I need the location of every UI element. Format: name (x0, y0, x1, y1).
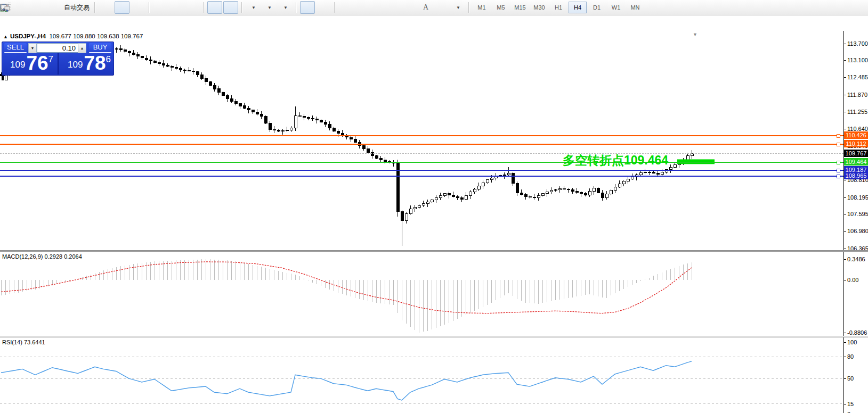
axis-tick (844, 249, 846, 249)
price-badge-110.426: 110.426 (844, 131, 868, 139)
timeframe-button-w1[interactable]: W1 (607, 2, 625, 13)
timeframe-button-d1[interactable]: D1 (588, 2, 606, 13)
gold-bars-icon[interactable] (13, 1, 28, 14)
price-badge-109.767: 109.767 (844, 150, 868, 157)
price-badge-109.464: 109.464 (844, 158, 868, 166)
community-icon[interactable] (29, 1, 44, 14)
sell-price-pipette: 7 (48, 54, 53, 65)
axis-tick (844, 44, 846, 44)
timeframe-button-mn[interactable]: MN (626, 2, 644, 13)
horizontal-level-line[interactable] (0, 176, 843, 177)
toolbar-separator (296, 2, 297, 13)
horizontal-level-line[interactable] (0, 135, 843, 136)
sell-price-big-figure: 109 (10, 60, 25, 70)
line-chart-type-icon[interactable] (131, 1, 145, 14)
axis-tick (844, 197, 846, 198)
price-axis-label: 111.255 (847, 109, 867, 115)
axis-tick (844, 112, 846, 112)
macd-pane[interactable] (0, 252, 843, 336)
timeframe-button-m5[interactable]: M5 (492, 2, 510, 13)
price-axis-label: 108.195 (847, 194, 868, 201)
timeframe-button-h4[interactable]: H4 (569, 2, 587, 13)
buy-price-pipette: 6 (106, 54, 111, 65)
fibonacci-tool-icon[interactable]: F (402, 1, 417, 14)
arrows-dropdown-caret[interactable]: ▼ (456, 5, 460, 10)
indicators-dropdown-caret[interactable]: ▼ (252, 5, 256, 10)
price-axis-label: 113.700 (847, 40, 868, 47)
macd-axis-label: 0.00 (847, 277, 858, 283)
auto-trading-button[interactable]: 自动交易 (61, 1, 91, 14)
indicators-icon[interactable]: ▼ (246, 1, 261, 14)
chart-symbol-label: USDJPY-,H4 (10, 33, 46, 39)
timeframe-button-m15[interactable]: M15 (511, 2, 529, 13)
level-line-handle[interactable] (837, 169, 840, 172)
axis-tick (844, 378, 846, 379)
tile-windows-icon[interactable] (185, 1, 200, 14)
timeframe-button-m1[interactable]: M1 (473, 2, 491, 13)
rsi-axis-label: 80 (847, 353, 854, 360)
bar-chart-type-icon[interactable] (99, 1, 113, 14)
collapse-arrow-icon[interactable]: ▲ (3, 34, 8, 39)
level-line-handle[interactable] (837, 175, 840, 178)
axis-tick (844, 77, 846, 78)
periods-dropdown-caret[interactable]: ▼ (267, 5, 272, 10)
timeframe-button-m30[interactable]: M30 (530, 2, 548, 13)
toolbar-separator (203, 2, 204, 13)
axis-tick (844, 357, 846, 357)
volume-input[interactable] (37, 43, 78, 53)
pane-splitter[interactable] (0, 336, 868, 337)
horizontal-level-line[interactable] (0, 144, 843, 145)
sell-price-pips: 76 (26, 54, 48, 72)
templates-icon[interactable]: ▼ (278, 1, 293, 14)
vertical-line-tool-icon[interactable] (338, 1, 353, 14)
signal-icon[interactable] (45, 1, 60, 14)
equidistant-channel-tool-icon[interactable]: E (386, 1, 401, 14)
macd-axis-label: 0.3486 (847, 256, 865, 262)
axis-tick (844, 129, 846, 129)
chat-icon[interactable] (849, 1, 864, 14)
rsi-axis-label: 100 (847, 339, 857, 345)
axis-tick (844, 259, 846, 260)
arrows-tool-icon[interactable]: ▼ (450, 1, 465, 14)
zoom-out-icon[interactable] (169, 1, 184, 14)
text-tool-icon[interactable]: A (418, 1, 433, 14)
auto-scroll-icon[interactable] (207, 1, 222, 14)
axis-tick (844, 333, 846, 333)
horizontal-level-line[interactable] (0, 162, 843, 163)
horizontal-level-line[interactable] (0, 170, 843, 171)
one-click-trading-panel: SELL ▼ ▲ BUY 109 76 7 109 78 6 (2, 42, 114, 76)
text-label-tool-icon[interactable]: T (434, 1, 449, 14)
templates-dropdown-caret[interactable]: ▼ (283, 5, 288, 10)
chart-shift-icon[interactable] (223, 1, 238, 14)
axis-tick (844, 60, 846, 61)
buy-price[interactable]: 109 78 6 (68, 54, 111, 72)
main-toolbar: 单 自动交易 ▼ ▼ (0, 0, 868, 15)
chart-window[interactable]: ▲USDJPY-,H4 109.677 109.880 109.638 109.… (0, 15, 868, 413)
sell-price[interactable]: 109 76 7 (10, 54, 53, 72)
price-badge-110.112: 110.112 (844, 140, 868, 147)
candlestick-chart-type-icon[interactable] (115, 1, 129, 14)
chart-ohlc-values: 109.677 109.880 109.638 109.767 (49, 33, 143, 39)
axis-tick (844, 231, 846, 232)
rsi-pane[interactable] (0, 337, 843, 413)
search-icon[interactable] (833, 1, 848, 14)
level-line-handle[interactable] (837, 134, 840, 138)
level-line-handle[interactable] (837, 143, 840, 146)
axis-tick (844, 95, 846, 95)
candlestick-pane[interactable] (0, 31, 843, 250)
auto-trading-label: 自动交易 (64, 3, 90, 12)
pane-splitter[interactable] (0, 250, 868, 252)
chart-shift-marker-icon[interactable]: ▼ (693, 32, 697, 37)
sell-button[interactable]: SELL (4, 43, 27, 53)
trendline-tool-icon[interactable] (370, 1, 385, 14)
crosshair-tool-icon[interactable] (316, 1, 331, 14)
toolbar-separator (468, 2, 469, 13)
timeframe-button-h1[interactable]: H1 (549, 2, 567, 13)
toolbar-separator (334, 2, 335, 13)
toolbar-separator (241, 2, 242, 13)
zoom-in-icon[interactable] (153, 1, 168, 14)
cursor-tool-icon[interactable] (300, 1, 315, 14)
periods-icon[interactable]: ▼ (262, 1, 277, 14)
level-line-handle[interactable] (837, 161, 840, 164)
horizontal-line-tool-icon[interactable] (354, 1, 369, 14)
